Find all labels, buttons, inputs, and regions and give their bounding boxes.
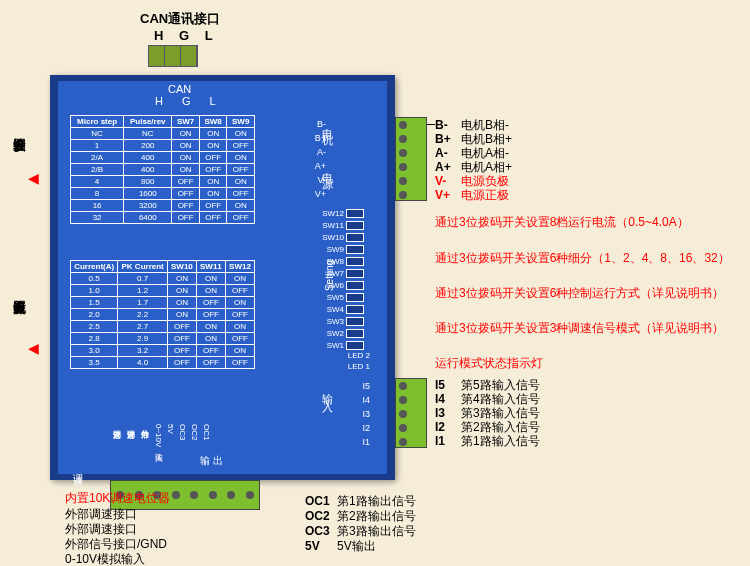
arrow-microstep: ◀ [28,170,39,186]
pot-label: 内置10K调速电位器 [65,490,170,505]
sw-annotation-3: 通过3位拨码开关设置6种控制运行方式（详见说明书） [435,285,724,302]
bottom-pins: 外部调速外部调速外部信号0~10V输入5VOC3OC2OC1 [110,424,214,472]
dip-sw12[interactable]: SW12 [318,207,370,219]
speed-label: 调 速 [70,465,84,468]
led-annotation: 运行模式状态指示灯 [435,355,543,372]
dip-sw10[interactable]: SW10 [318,231,370,243]
can-comm-label: CAN通讯接口 [140,10,220,28]
dip-switches: SW12SW11SW10SW9SW8SW7SW6SW5SW4SW3SW2SW1 [318,207,370,351]
arrow-current: ◀ [28,340,39,356]
input-label: 输 入 [320,385,335,394]
lead-line [427,124,435,125]
dip-sw4[interactable]: SW4 [318,303,370,315]
board-hgl-label: H G L [155,95,224,107]
input-annotations: I5第5路输入信号I4第4路输入信号I3第3路输入信号I2第2路输入信号I1第1… [435,378,540,448]
dip-sw8[interactable]: SW8 [318,255,370,267]
microstep-table: Micro stepPulse/revSW7SW8SW9NCNCONONON12… [70,115,255,224]
input-terminals: I5I4I3I2I1 [362,379,370,449]
motor-connector [395,117,427,201]
dip-sw6[interactable]: SW6 [318,279,370,291]
leds: LED 2LED 1 [348,351,370,373]
driver-board: CAN H G L Micro stepPulse/revSW7SW8SW9NC… [50,75,395,480]
sw-annotation-4: 通过3位拨码开关设置3种调速信号模式（详见说明书） [435,320,724,337]
can-top-area: CAN通讯接口 H G L [140,10,220,67]
hgl-label: H G L [140,28,220,43]
dip-sw1[interactable]: SW1 [318,339,370,351]
dip-sw11[interactable]: SW11 [318,219,370,231]
current-table: Current(A)PK CurrentSW10SW11SW120.50.7ON… [70,260,255,369]
output-annotations: OC1第1路输出信号OC2第2路输出信号OC3第3路输出信号5V5V输出 [305,493,416,553]
can-connector [148,45,198,67]
bottom-left-annotations: 外部调速接口外部调速接口外部信号接口/GND0-10V模拟输入 [65,506,167,566]
input-connector [395,378,427,448]
dip-sw9[interactable]: SW9 [318,243,370,255]
sw-annotation-2: 通过3位拨码开关设置6种细分（1、2、4、8、16、32） [435,250,730,267]
motor-annotations: B-电机B相-B+电机B相+A-电机A相-A+电机A相+V-电源负极V+电源正极 [435,118,512,202]
sw-annotation-1: 通过3位拨码开关设置8档运行电流（0.5~4.0A） [435,215,689,229]
dip-sw3[interactable]: SW3 [318,315,370,327]
board-can-label: CAN [168,83,191,95]
dip-sw7[interactable]: SW7 [318,267,370,279]
side-terminals: B-B+A-A+V-V+ [309,117,365,201]
dip-sw5[interactable]: SW5 [318,291,370,303]
dip-sw2[interactable]: SW2 [318,327,370,339]
